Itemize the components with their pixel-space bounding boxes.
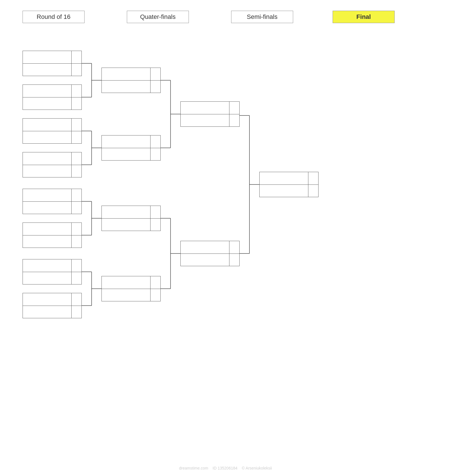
final-match <box>259 172 319 197</box>
r16-match-7-team-2[interactable] <box>23 272 81 284</box>
sf-match-1-score-2 <box>229 114 239 127</box>
sf-match-2-score-1 <box>229 241 239 253</box>
r16-match-4-score-1 <box>71 152 81 165</box>
stage-final: Final <box>333 11 395 23</box>
stage-semis: Semi-finals <box>231 11 293 23</box>
sf-match-2-team-1[interactable] <box>181 241 239 254</box>
r16-match-5-team-2[interactable] <box>23 202 81 214</box>
r16-match-6 <box>23 223 82 248</box>
sf-match-2 <box>180 241 240 266</box>
qf-match-4-team-1[interactable] <box>102 276 160 289</box>
stage-round16: Round of 16 <box>23 11 85 23</box>
r16-match-2-score-1 <box>71 85 81 97</box>
qf-match-1 <box>101 68 161 93</box>
r16-match-2-team-1[interactable] <box>23 85 81 97</box>
watermark: dreamstime.com ID 135206184 © Arseniukol… <box>0 466 451 470</box>
qf-match-2-team-2[interactable] <box>102 148 160 161</box>
sf-match-1 <box>180 101 240 127</box>
sf-match-1-team-2[interactable] <box>181 114 239 127</box>
r16-match-4-team-1[interactable] <box>23 152 81 165</box>
qf-match-3 <box>101 206 161 231</box>
r16-match-1-score-2 <box>71 64 81 76</box>
r16-match-6-score-2 <box>71 235 81 248</box>
qf-match-2-team-1[interactable] <box>102 135 160 148</box>
r16-match-4 <box>23 152 82 177</box>
r16-match-1-team-2[interactable] <box>23 64 81 76</box>
qf-match-3-team-2[interactable] <box>102 219 160 231</box>
r16-match-7-team-1[interactable] <box>23 259 81 272</box>
qf-match-3-score-1 <box>150 206 160 218</box>
r16-match-7-score-1 <box>71 259 81 272</box>
qf-match-1-score-1 <box>150 68 160 80</box>
r16-match-5-score-2 <box>71 202 81 214</box>
r16-match-1-score-1 <box>71 51 81 63</box>
r16-match-1-team-1[interactable] <box>23 51 81 64</box>
r16-match-7 <box>23 259 82 284</box>
r16-match-6-team-1[interactable] <box>23 223 81 235</box>
r16-match-3 <box>23 118 82 144</box>
sf-match-1-team-1[interactable] <box>181 102 239 114</box>
r16-match-3-team-2[interactable] <box>23 131 81 144</box>
r16-match-8-score-1 <box>71 293 81 306</box>
r16-match-7-score-2 <box>71 272 81 284</box>
r16-match-6-team-2[interactable] <box>23 235 81 248</box>
r16-match-4-score-2 <box>71 165 81 177</box>
sf-match-1-score-1 <box>229 102 239 114</box>
r16-match-8 <box>23 293 82 318</box>
r16-match-2-team-2[interactable] <box>23 97 81 110</box>
final-match-score-2 <box>308 185 318 197</box>
r16-match-2 <box>23 84 82 110</box>
qf-match-2 <box>101 135 161 161</box>
r16-match-3-score-2 <box>71 131 81 144</box>
final-match-score-1 <box>308 172 318 184</box>
stage-quarters: Quater-finals <box>127 11 189 23</box>
qf-match-4-score-2 <box>150 289 160 301</box>
sf-match-2-score-2 <box>229 254 239 266</box>
qf-match-2-score-2 <box>150 148 160 161</box>
sf-match-2-team-2[interactable] <box>181 254 239 266</box>
qf-match-2-score-1 <box>150 135 160 148</box>
qf-match-4-score-1 <box>150 276 160 289</box>
r16-match-5-team-1[interactable] <box>23 189 81 202</box>
r16-match-4-team-2[interactable] <box>23 165 81 177</box>
qf-match-4 <box>101 276 161 301</box>
r16-match-3-score-1 <box>71 119 81 131</box>
final-match-team-1[interactable] <box>260 172 318 185</box>
qf-match-1-team-2[interactable] <box>102 81 160 93</box>
r16-match-8-score-2 <box>71 306 81 318</box>
r16-match-8-team-1[interactable] <box>23 293 81 306</box>
qf-match-4-team-2[interactable] <box>102 289 160 301</box>
r16-match-1 <box>23 51 82 76</box>
qf-match-3-score-2 <box>150 219 160 231</box>
qf-match-1-score-2 <box>150 81 160 93</box>
r16-match-2-score-2 <box>71 97 81 110</box>
bracket-container <box>23 48 428 465</box>
qf-match-3-team-1[interactable] <box>102 206 160 219</box>
final-match-team-2[interactable] <box>260 185 318 197</box>
qf-match-1-team-1[interactable] <box>102 68 160 81</box>
r16-match-5 <box>23 189 82 214</box>
r16-match-5-score-1 <box>71 189 81 201</box>
r16-match-6-score-1 <box>71 223 81 235</box>
r16-match-3-team-1[interactable] <box>23 119 81 131</box>
r16-match-8-team-2[interactable] <box>23 306 81 318</box>
